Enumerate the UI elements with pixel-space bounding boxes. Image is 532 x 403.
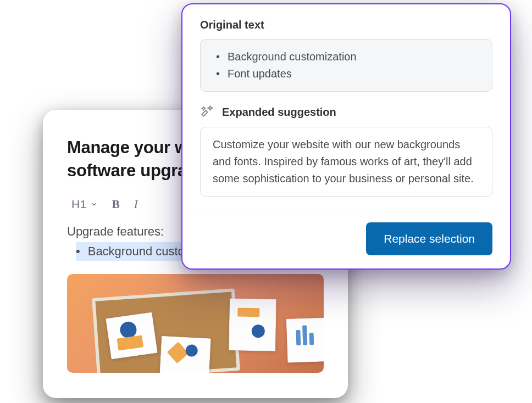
chevron-down-icon (90, 200, 98, 208)
original-text-label: Original text (200, 19, 492, 31)
photo-graphic (229, 298, 276, 351)
heading-label: H1 (71, 198, 87, 211)
hero-image (67, 274, 324, 373)
list-item: Background customization (213, 48, 480, 65)
bold-button[interactable]: B (108, 195, 124, 214)
suggestion-text: Customize your website with our new back… (213, 136, 480, 187)
replace-selection-button[interactable]: Replace selection (366, 222, 492, 255)
expanded-suggestion-label: Expanded suggestion (222, 106, 336, 119)
original-list: Background customization Font updates (213, 48, 480, 82)
heading-selector[interactable]: H1 (67, 195, 102, 213)
italic-button[interactable]: I (130, 195, 142, 214)
photo-graphic (286, 317, 324, 362)
expanded-header: Expanded suggestion (200, 105, 492, 119)
magic-wand-icon (200, 105, 214, 119)
list-item: Font updates (213, 65, 480, 82)
ai-suggestion-panel: Original text Background customization F… (181, 3, 511, 270)
panel-footer: Replace selection (182, 210, 510, 268)
original-text-box: Background customization Font updates (200, 39, 492, 92)
expanded-text-box: Customize your website with our new back… (200, 127, 492, 197)
photo-graphic (159, 335, 211, 372)
photo-graphic (106, 312, 158, 359)
